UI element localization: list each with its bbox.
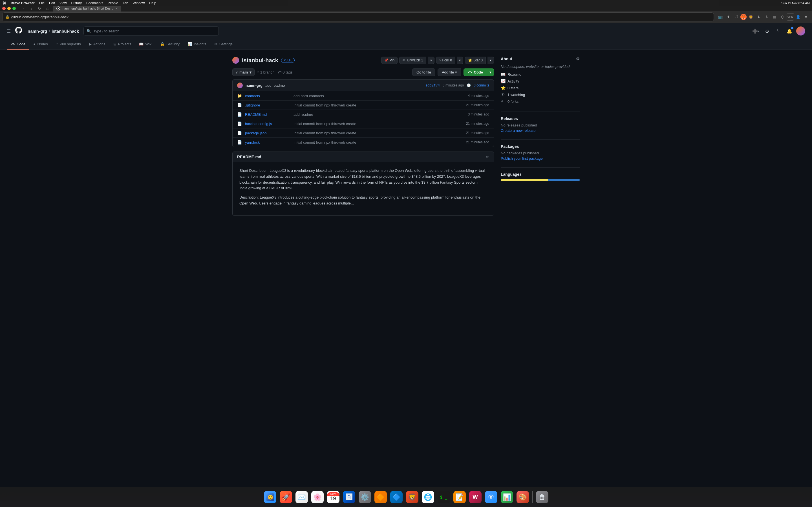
plus-button[interactable]: ➕ ▾ [751, 26, 760, 36]
menu-tab[interactable]: Tab [123, 1, 128, 5]
commits-count[interactable]: 3 commits [474, 83, 489, 87]
tag-count-info[interactable]: 🏷 0 tags [278, 70, 293, 74]
file-row-hardhat[interactable]: 📄 hardhat.config.js Initial commit from … [233, 119, 494, 128]
nav-code[interactable]: <> Code [7, 39, 29, 50]
issues-button[interactable]: ⊙ [762, 26, 771, 36]
file-link-package[interactable]: package.json [245, 131, 290, 135]
address-bar[interactable]: 🔒 github.com/namn-grg/istanbul-hack [2, 12, 714, 21]
file-link-yarn[interactable]: yarn.lock [245, 140, 290, 145]
file-row-gitignore[interactable]: 📄 .gitignore Initial commit from npx thi… [233, 101, 494, 110]
profile-icon[interactable]: 👤 [795, 13, 802, 20]
add-file-button[interactable]: Add file ▾ [438, 68, 461, 76]
code-button[interactable]: <> Code [463, 68, 487, 76]
reader-icon[interactable]: ▤ [771, 13, 778, 20]
star-caret[interactable]: ▾ [488, 57, 494, 64]
gh-hamburger-menu[interactable]: ☰ [7, 29, 11, 34]
file-row-contracts[interactable]: 📁 contracts add hard contracts 4 minutes… [233, 91, 494, 101]
file-row-readme[interactable]: 📄 README.md add readme 3 minutes ago [233, 110, 494, 119]
watching-link[interactable]: 👁 1 watching [501, 91, 580, 98]
breadcrumb-repo[interactable]: istanbul-hack [52, 29, 79, 34]
dock-sketchbook[interactable]: 🎨 [515, 490, 530, 504]
menu-help[interactable]: Help [149, 1, 156, 5]
brave-icon[interactable]: 🦁 [747, 13, 755, 20]
dock-launchpad[interactable]: 🚀 [278, 490, 293, 504]
gh-logo[interactable] [15, 27, 22, 35]
menu-history[interactable]: History [71, 1, 82, 5]
publish-package-link[interactable]: Publish your first package [501, 156, 543, 161]
firefox-icon[interactable]: 🦊 [741, 14, 747, 20]
dock-appstore[interactable]: 🅰 [342, 490, 356, 504]
minimize-button[interactable] [7, 7, 11, 10]
gh-search[interactable]: 🔍 Type / to search [84, 26, 219, 36]
nav-actions[interactable]: ▶ Actions [85, 39, 109, 50]
nav-issues[interactable]: ● Issues [29, 39, 52, 50]
readme-link[interactable]: 📖 Readme [501, 71, 580, 78]
create-release-link[interactable]: Create a new release [501, 128, 536, 133]
dock-vscode[interactable]: 🔷 [389, 490, 404, 504]
code-caret-button[interactable]: ▾ [487, 68, 494, 76]
menu-view[interactable]: View [59, 1, 67, 5]
tab-close[interactable]: ✕ [115, 7, 118, 10]
file-row-yarn[interactable]: 📄 yarn.lock Initial commit from npx thir… [233, 138, 494, 147]
dock-sysprefs[interactable]: ⚙️ [357, 490, 372, 504]
dock-vlc[interactable]: 🔶 [373, 490, 388, 504]
fullscreen-button[interactable] [12, 7, 16, 10]
branch-selector[interactable]: ⑂ main ▾ [232, 68, 255, 76]
star-button[interactable]: ⭐ Star 0 [465, 57, 486, 64]
file-link-contracts[interactable]: contracts [245, 94, 290, 98]
close-button[interactable] [2, 7, 6, 10]
breadcrumb-owner[interactable]: namn-grg [28, 29, 47, 34]
download-icon[interactable]: ⇩ [763, 13, 770, 20]
dock-trash[interactable]: 🗑 [535, 490, 550, 504]
user-avatar[interactable] [796, 26, 805, 36]
pull-requests-button[interactable]: ⑂ [774, 26, 783, 36]
fork-caret[interactable]: ▾ [457, 57, 463, 64]
nav-settings[interactable]: ⚙ Settings [210, 39, 237, 50]
edit-readme-icon[interactable]: ✏ [486, 155, 489, 159]
file-link-gitignore[interactable]: .gitignore [245, 103, 290, 107]
activity-link[interactable]: 📈 Activity [501, 78, 580, 84]
commit-author-name[interactable]: namn-grg [246, 83, 262, 88]
extension-icon[interactable]: ⬇ [755, 13, 762, 20]
brave-rewards-icon[interactable]: ⬡ [779, 13, 786, 20]
menu-file[interactable]: File [39, 1, 45, 5]
dock-wps[interactable]: W [468, 490, 483, 504]
dock-preview[interactable]: 👁 [484, 490, 499, 504]
notifications-button[interactable]: 🔔 [785, 26, 794, 36]
dock-pages[interactable]: 📝 [452, 490, 467, 504]
dock-mail[interactable]: ✉️ [294, 490, 309, 504]
share-icon[interactable]: ⬆ [725, 13, 732, 20]
file-link-readme[interactable]: README.md [245, 112, 290, 117]
branch-count-info[interactable]: ⑂ 1 branch [257, 70, 274, 74]
nav-security[interactable]: 🔒 Security [156, 39, 184, 50]
goto-file-button[interactable]: Go to file [412, 68, 435, 76]
shield-icon[interactable]: 🛡 [732, 13, 740, 20]
vpn-icon[interactable]: VPN [786, 13, 794, 20]
dock-brave[interactable]: 🦁 [405, 490, 419, 504]
fork-button[interactable]: ⑂ Fork 0 [436, 57, 455, 64]
menu-bookmarks[interactable]: Bookmarks [86, 1, 103, 5]
dock-photos[interactable]: 🌸 [310, 490, 325, 504]
file-row-package[interactable]: 📄 package.json Initial commit from npx t… [233, 128, 494, 138]
menu-icon[interactable]: ≡ [802, 13, 810, 20]
dock-calendar[interactable]: NOV 19 [326, 490, 341, 504]
apple-menu[interactable]: ⌘ [2, 1, 6, 5]
unwatch-caret[interactable]: ▾ [428, 57, 435, 64]
nav-pull-requests[interactable]: ⑂ Pull requests [52, 39, 85, 50]
pin-button[interactable]: 📌 Pin [381, 57, 398, 64]
cast-icon[interactable]: 📺 [717, 13, 724, 20]
nav-insights[interactable]: 📊 Insights [184, 39, 210, 50]
commit-sha[interactable]: edd2f74 [425, 83, 440, 87]
unwatch-button[interactable]: 👁 Unwatch 1 [399, 57, 426, 64]
nav-projects[interactable]: ⊞ Projects [109, 39, 135, 50]
nav-wiki[interactable]: 📖 Wiki [135, 39, 156, 50]
menu-brave[interactable]: Brave Browser [11, 1, 35, 5]
menu-window[interactable]: Window [133, 1, 145, 5]
dock-finder[interactable]: 😊 [263, 490, 277, 504]
menu-people[interactable]: People [108, 1, 118, 5]
dock-chrome[interactable]: 🌐 [421, 490, 435, 504]
dock-terminal[interactable]: $ _ [437, 490, 451, 504]
about-settings-icon[interactable]: ⚙ [576, 57, 580, 61]
file-link-hardhat[interactable]: hardhat.config.js [245, 122, 290, 126]
menu-edit[interactable]: Edit [49, 1, 55, 5]
